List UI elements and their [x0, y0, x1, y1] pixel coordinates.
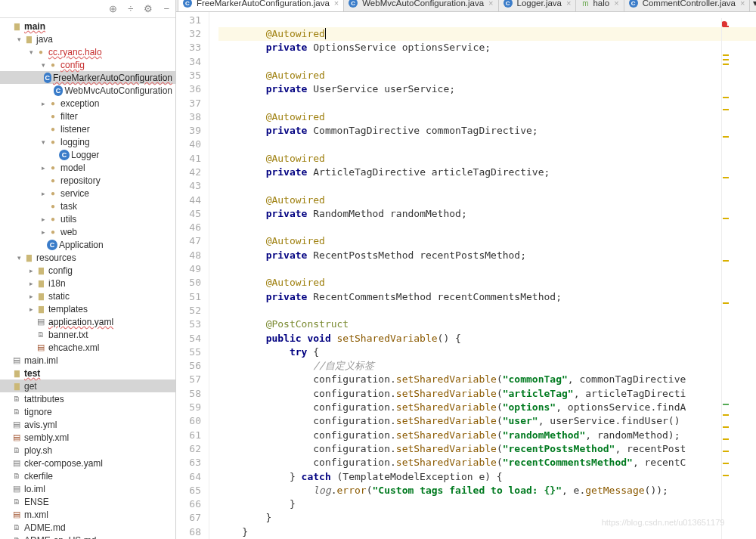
tree-item[interactable]: listener [0, 122, 175, 135]
tree-item[interactable]: ehcache.xml [0, 341, 175, 354]
tree-twisty-icon[interactable]: ▸ [39, 164, 47, 172]
code-line[interactable]: @Autowired [218, 152, 756, 166]
marker-warn[interactable] [723, 59, 729, 60]
code-line[interactable]: @Autowired [218, 27, 756, 41]
code-line[interactable]: @PostConstruct [218, 318, 756, 331]
tree-item[interactable]: ▾resources [0, 251, 175, 264]
code-line[interactable] [218, 179, 756, 193]
editor-tab[interactable]: CLogger.java× [498, 0, 577, 11]
tree-item[interactable]: ENSE [0, 495, 175, 508]
code-line[interactable]: private RandomMethod randomMethod; [218, 207, 756, 221]
tree-twisty-icon[interactable]: ▾ [15, 254, 23, 262]
close-icon[interactable]: × [334, 0, 339, 8]
tree-item[interactable]: main [0, 20, 175, 33]
tree-twisty-icon[interactable]: ▸ [39, 228, 47, 236]
tree-twisty-icon[interactable]: ▾ [27, 48, 35, 56]
tree-item[interactable]: application.yaml [0, 315, 175, 328]
code-line[interactable] [218, 221, 756, 234]
code-line[interactable]: configuration.setSharedVariable("article… [218, 387, 756, 401]
gear-icon[interactable]: ⚙ [144, 3, 153, 14]
code-line[interactable]: private RecentPostsMethod recentPostsMet… [218, 249, 756, 262]
code-line[interactable] [218, 55, 756, 69]
tree-item[interactable]: main.iml [0, 354, 175, 367]
editor-tabs[interactable]: CFreeMarkerAutoConfiguration.java×CWebMv… [176, 0, 756, 12]
code-line[interactable]: private UserService userService; [218, 82, 756, 96]
hide-icon[interactable]: − [163, 3, 169, 14]
tree-twisty-icon[interactable]: ▸ [27, 305, 35, 313]
tree-twisty-icon[interactable]: ▸ [27, 293, 35, 300]
marker-warn[interactable] [723, 426, 729, 428]
close-icon[interactable]: × [740, 0, 745, 8]
marker-warn[interactable] [723, 97, 729, 98]
tree-item[interactable]: banner.txt [0, 328, 175, 341]
code-line[interactable]: } [218, 511, 756, 525]
marker-err[interactable] [723, 26, 729, 27]
tree-item[interactable]: cker-compose.yaml [0, 457, 175, 469]
code-line[interactable]: @Autowired [218, 194, 756, 207]
tree-item[interactable]: test [0, 367, 175, 379]
tree-item[interactable]: ▸templates [0, 302, 175, 315]
code-line[interactable]: @Autowired [218, 234, 756, 248]
code-line[interactable]: configuration.setSharedVariable("randomM… [218, 429, 756, 442]
tree-item[interactable]: avis.yml [0, 418, 175, 431]
marker-warn[interactable] [723, 302, 729, 304]
tree-item[interactable]: sembly.xml [0, 431, 175, 444]
close-icon[interactable]: × [614, 0, 618, 8]
code-editor[interactable]: 3132333435363738394041424344454647484950… [176, 12, 756, 539]
tree-item[interactable]: ADME.md [0, 521, 175, 534]
tree-item[interactable]: ▸web [0, 225, 175, 238]
project-tree[interactable]: main▾java▾cc.ryanc.halo▾configCFreeMarke… [0, 18, 175, 539]
tree-item[interactable]: ploy.sh [0, 444, 175, 457]
code-line[interactable]: private OptionsService optionsService; [218, 41, 756, 54]
marker-warn[interactable] [723, 177, 729, 178]
code-line[interactable]: @Autowired [218, 110, 756, 124]
tree-twisty-icon[interactable]: ▾ [15, 36, 23, 43]
tree-twisty-icon[interactable]: ▸ [27, 280, 35, 287]
code-line[interactable] [218, 138, 756, 151]
code-line[interactable]: configuration.setSharedVariable("options… [218, 401, 756, 414]
marker-warn[interactable] [723, 54, 729, 56]
code-line[interactable]: private CommonTagDirective commonTagDire… [218, 124, 756, 138]
tree-item[interactable]: CWebMvcAutoConfiguration [0, 84, 175, 97]
code-line[interactable] [218, 97, 756, 110]
tree-item[interactable]: ▸config [0, 264, 175, 277]
tree-item[interactable]: ▸model [0, 161, 175, 174]
marker-warn[interactable] [723, 438, 729, 440]
code-line[interactable] [218, 262, 756, 276]
code-line[interactable]: configuration.setSharedVariable("recentP… [218, 442, 756, 456]
close-icon[interactable]: × [488, 0, 493, 8]
tree-item[interactable]: ▸utils [0, 212, 175, 225]
code-line[interactable]: @Autowired [218, 276, 756, 290]
marker-warn[interactable] [723, 218, 729, 219]
marker-warn[interactable] [723, 260, 729, 262]
marker-grn[interactable] [723, 404, 729, 405]
code-line[interactable]: //自定义标签 [218, 359, 756, 373]
code-line[interactable]: @Autowired [218, 69, 756, 82]
tree-twisty-icon[interactable]: ▸ [27, 267, 35, 274]
tree-item[interactable]: get [0, 379, 175, 392]
code-line[interactable]: public void setSharedVariable() { [218, 332, 756, 345]
tree-item[interactable]: tignore [0, 405, 175, 418]
code-line[interactable]: configuration.setSharedVariable("user", … [218, 414, 756, 428]
code-line[interactable]: try { [218, 345, 756, 359]
code-line[interactable]: configuration.setSharedVariable("recentC… [218, 456, 756, 469]
tree-item[interactable]: ▸exception [0, 97, 175, 110]
marker-warn[interactable] [723, 109, 729, 110]
marker-warn[interactable] [723, 414, 729, 416]
tree-item[interactable]: ▾logging [0, 135, 175, 148]
tree-item[interactable]: ADME-en_US.md [0, 534, 175, 539]
tree-item[interactable]: CApplication [0, 238, 175, 251]
tree-item[interactable]: ▸i18n [0, 277, 175, 290]
tree-item[interactable]: repository [0, 174, 175, 187]
tree-item[interactable]: tattributes [0, 392, 175, 405]
tree-item[interactable]: CLogger [0, 148, 175, 161]
code-content[interactable]: @Autowired private OptionsService option… [209, 12, 756, 539]
tree-item[interactable]: ▾cc.ryanc.halo [0, 45, 175, 58]
editor-tab[interactable]: CCommentController.java× [624, 0, 751, 11]
tree-twisty-icon[interactable]: ▾ [39, 138, 47, 146]
code-line[interactable] [218, 304, 756, 318]
close-icon[interactable]: × [566, 0, 571, 8]
tree-twisty-icon[interactable]: ▸ [39, 190, 47, 197]
tree-item[interactable]: ▸service [0, 187, 175, 200]
tree-item[interactable]: filter [0, 110, 175, 122]
